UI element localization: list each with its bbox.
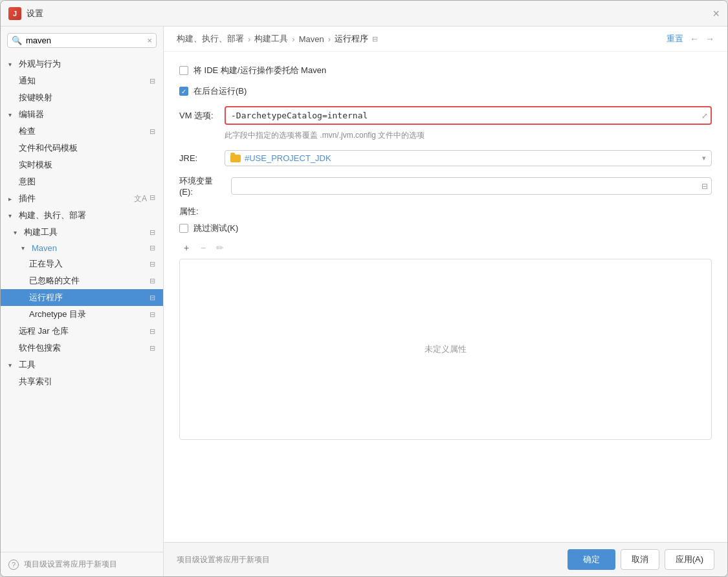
app-icon: J [8,7,21,20]
properties-table: 未定义属性 [179,259,712,440]
vm-options-hint: 此字段中指定的选项将覆盖 .mvn/.jvm.config 文件中的选项 [225,130,712,141]
sidebar-item-label: Archetype 目录 [29,309,86,320]
close-icon[interactable]: × [712,8,720,19]
delegate-label: 将 IDE 构建/运行操作委托给 Maven [193,65,326,76]
sidebar-item-label: Maven [32,243,57,253]
settings-small-icon: ⊟ [372,35,378,43]
footer-bar: 项目级设置将应用于新项目 确定 取消 应用(A) [164,542,727,576]
search-icon: 🔍 [12,36,22,45]
sidebar-item-intentions[interactable]: 意图 [1,173,163,190]
empty-properties-text: 未定义属性 [425,343,467,355]
remove-property-button[interactable]: − [196,241,210,255]
skip-test-wrapper[interactable]: 跳过测试(K) [179,223,238,234]
jre-label: JRE: [179,153,218,163]
sidebar-footer-text: 项目级设置将应用于新项目 [24,559,117,570]
sidebar-item-label: 远程 Jar 仓库 [19,325,69,337]
breadcrumb-part-2: 构建工具 [254,33,288,45]
background-checkbox-wrapper[interactable]: 在后台运行(B) [179,85,247,97]
vm-options-input[interactable] [225,106,712,125]
sidebar-item-runner[interactable]: 运行程序 ⊟ [1,289,163,306]
help-icon[interactable]: ? [8,560,19,570]
sidebar-item-plugins[interactable]: ▸ 插件 文A ⊟ [1,190,163,207]
jre-select[interactable]: #USE_PROJECT_JDK ▾ [225,150,712,166]
chevron-right-icon: ▸ [8,195,16,202]
skip-test-label: 跳过测试(K) [193,223,238,234]
sidebar-item-keymap[interactable]: 按键映射 [1,89,163,106]
chevron-down-icon: ▾ [8,212,16,219]
cancel-button[interactable]: 取消 [621,549,659,570]
folder-icon [230,155,241,162]
breadcrumb-actions: 重置 ← → [667,33,714,45]
env-input[interactable] [231,177,712,195]
clear-icon[interactable]: × [147,36,152,45]
add-property-button[interactable]: + [179,241,193,255]
nav-forward-button[interactable]: → [705,34,714,44]
settings-icon: ⊟ [149,277,155,285]
skip-test-checkbox[interactable] [179,224,188,233]
sidebar-section-label: 构建、执行、部署 [19,210,86,221]
settings-icon: ⊟ [149,77,155,85]
sidebar-item-importing[interactable]: 正在导入 ⊟ [1,256,163,272]
sidebar-item-build[interactable]: ▾ 构建、执行、部署 [1,207,163,224]
ok-button[interactable]: 确定 [568,549,615,570]
main-content: 🔍 × ▾ 外观与行为 通知 ⊟ 按键映射 [1,27,727,576]
sidebar-item-label: 检查 [19,125,36,137]
search-input-wrapper[interactable]: 🔍 × [7,33,157,48]
settings-icon: ⊟ [149,127,155,136]
sidebar-item-tools[interactable]: ▾ 工具 [1,356,163,373]
delegate-checkbox[interactable] [179,66,188,75]
chevron-down-icon: ▾ [21,245,29,252]
settings-icon: ⊟ [149,193,155,204]
titlebar-title: 设置 [27,8,43,19]
settings-icon: ⊟ [149,310,155,319]
env-input-wrapper: ⊟ [231,177,712,195]
sidebar-item-shared-index[interactable]: 共享索引 [1,373,163,390]
sidebar-item-editor[interactable]: ▾ 编辑器 [1,106,163,123]
delegate-checkbox-wrapper[interactable]: 将 IDE 构建/运行操作委托给 Maven [179,65,326,76]
sidebar-item-inspections[interactable]: 检查 ⊟ [1,123,163,140]
sidebar-item-label: 构建工具 [24,226,58,238]
env-label: 环境变量(E): [179,175,225,197]
footer-buttons: 确定 取消 应用(A) [568,549,714,570]
vm-input-wrapper: ⤢ [225,106,712,125]
sidebar-item-package-search[interactable]: 软件包搜索 ⊟ [1,340,163,356]
breadcrumb-sep-3: › [328,34,331,44]
background-label: 在后台运行(B) [193,85,247,97]
delegate-row: 将 IDE 构建/运行操作委托给 Maven [179,65,712,76]
footer-hint: 项目级设置将应用于新项目 [177,554,270,565]
nav-back-button[interactable]: ← [690,34,699,44]
reset-button[interactable]: 重置 [667,33,683,45]
sidebar-item-remote-jar[interactable]: 远程 Jar 仓库 ⊟ [1,323,163,340]
breadcrumb-part-3: Maven [299,34,324,44]
settings-icon: ⊟ [149,244,155,252]
env-row: 环境变量(E): ⊟ [179,175,712,197]
settings-icon: ⊟ [149,344,155,353]
sidebar-item-live-templates[interactable]: 实时模板 [1,157,163,173]
chevron-down-icon: ▾ [8,61,16,68]
translate-icon: 文A [134,193,147,204]
chevron-down-icon: ▾ [14,229,21,236]
search-input[interactable] [26,36,143,45]
sidebar-item-appearance[interactable]: ▾ 外观与行为 [1,56,163,72]
settings-icon: ⊟ [149,228,155,237]
sidebar-section-label: 外观与行为 [19,58,61,70]
sidebar-item-label: 软件包搜索 [19,342,61,354]
sidebar-item-archetype[interactable]: Archetype 目录 ⊟ [1,306,163,323]
settings-icon: ⊟ [149,294,155,302]
sidebar-item-ignored-files[interactable]: 已忽略的文件 ⊟ [1,272,163,289]
apply-button[interactable]: 应用(A) [665,549,714,570]
edit-icon[interactable]: ⊟ [701,182,708,191]
toolbar-row: + − ✏ [179,241,712,255]
sidebar-item-file-templates[interactable]: 文件和代码模板 [1,140,163,157]
sidebar-item-build-tools[interactable]: ▾ 构建工具 ⊟ [1,224,163,241]
sidebar-footer: ? 项目级设置将应用于新项目 [1,552,163,576]
jre-row: JRE: #USE_PROJECT_JDK ▾ [179,150,712,166]
expand-icon[interactable]: ⤢ [701,111,708,120]
sidebar-item-notifications[interactable]: 通知 ⊟ [1,72,163,89]
vm-options-label: VM 选项: [179,110,218,122]
sidebar-item-maven[interactable]: ▾ Maven ⊟ [1,241,163,256]
breadcrumb: 构建、执行、部署 › 构建工具 › Maven › 运行程序 ⊟ [177,33,378,45]
background-checkbox[interactable] [179,87,188,96]
breadcrumb-bar: 构建、执行、部署 › 构建工具 › Maven › 运行程序 ⊟ 重置 ← → [164,27,727,52]
edit-property-button[interactable]: ✏ [213,241,227,255]
